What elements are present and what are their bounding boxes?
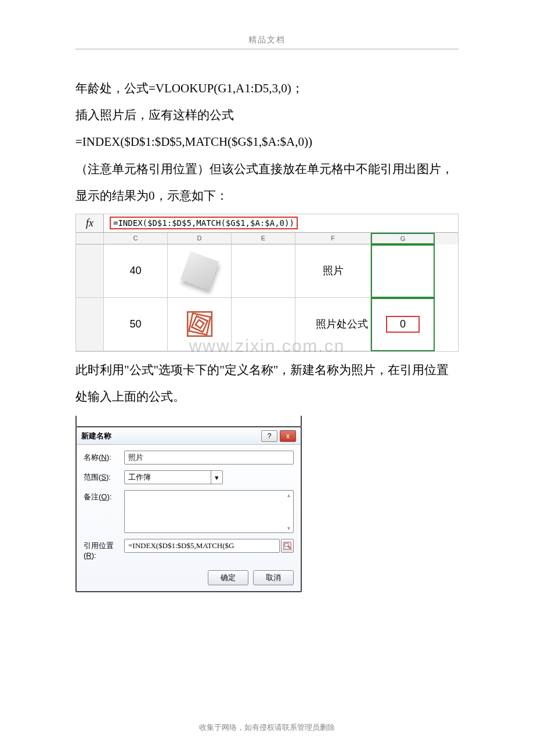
table-row: 50 照片处公式 0 (76, 298, 458, 351)
cell-c2[interactable]: 50 (104, 298, 168, 351)
cell-g2[interactable]: 0 (371, 298, 435, 351)
scope-select[interactable]: 工作簿 ▾ (124, 470, 223, 484)
cell-f2[interactable]: 照片处公式 (295, 298, 371, 351)
svg-rect-0 (187, 312, 212, 337)
dialog-screenshot: 新建名称 ? x 名称(N): 照片 范围(S): 工作簿 ▾ 备注(O): (75, 416, 302, 592)
svg-rect-2 (192, 316, 207, 332)
close-button[interactable]: x (280, 430, 296, 442)
range-picker-icon (283, 542, 291, 550)
result-highlight: 0 (386, 316, 420, 333)
table-row: 40 照片 (76, 244, 458, 298)
refers-field[interactable]: =INDEX($D$1:$D$5,MATCH($G (124, 539, 280, 553)
scrollbar[interactable]: ▴ ▾ (285, 492, 292, 531)
cell-d2-image[interactable] (168, 298, 232, 351)
cell-d1-image[interactable] (168, 244, 232, 298)
excel-screenshot: fx =INDEX($D$1:$D$5,MATCH($G$1,$A:$A,0))… (75, 214, 459, 352)
name-field[interactable]: 照片 (124, 451, 294, 465)
page-header: 精品文档 (75, 35, 459, 49)
cell-f1[interactable]: 照片 (295, 244, 371, 298)
svg-rect-1 (189, 314, 210, 335)
text: 插入照片后，应有这样的公式 (75, 108, 234, 122)
cell-g1[interactable] (371, 244, 435, 298)
col-g[interactable]: G (371, 233, 435, 244)
cube-icon (180, 251, 219, 290)
text: ； (291, 81, 304, 95)
paragraph-2: 插入照片后，应有这样的公式=INDEX($D$1:$D$5,MATCH($G$1… (75, 102, 459, 155)
scope-value: 工作簿 (125, 471, 211, 484)
text: 年龄处，公式 (75, 81, 149, 95)
comment-field[interactable]: ▴ ▾ (124, 490, 294, 533)
col-c[interactable]: C (104, 233, 168, 244)
paragraph-4: 此时利用"公式"选项卡下的"定义名称"，新建名称为照片，在引用位置处输入上面的公… (75, 357, 459, 410)
formula-bar[interactable]: =INDEX($D$1:$D$5,MATCH($G$1,$A:$A,0)) (104, 214, 458, 232)
help-button[interactable]: ? (261, 430, 277, 442)
paragraph-1: 年龄处，公式=VLOOKUP(G1,A1:D5,3,0)； (75, 75, 459, 102)
formula-highlight: =INDEX($D$1:$D$5,MATCH($G$1,$A:$A,0)) (110, 217, 298, 229)
label-refers: 引用位置(R): (84, 539, 124, 560)
page-footer: 收集于网络，如有侵权请联系管理员删除 (0, 722, 534, 733)
spiral-icon (185, 309, 215, 339)
column-headers: C D E F G (76, 233, 458, 244)
formula-text: =VLOOKUP(G1,A1:D5,3,0) (149, 81, 291, 95)
col-d[interactable]: D (168, 233, 232, 244)
paragraph-3: （注意单元格引用位置）但该公式直接放在单元格中不能引用出图片，显示的结果为0，示… (75, 156, 459, 209)
cell-e2[interactable] (232, 298, 295, 351)
fx-icon: fx (76, 214, 104, 232)
label-comment: 备注(O): (84, 490, 124, 502)
cell-c1[interactable]: 40 (104, 244, 168, 298)
label-name: 名称(N): (84, 451, 124, 463)
formula-text: =INDEX($D$1:$D$5,MATCH($G$1,$A:$A,0)) (75, 135, 312, 149)
cell-e1[interactable] (232, 244, 295, 298)
label-scope: 范围(S): (84, 470, 124, 483)
chevron-down-icon[interactable]: ▾ (211, 471, 222, 484)
cancel-button[interactable]: 取消 (253, 570, 294, 585)
ok-button[interactable]: 确定 (208, 570, 248, 585)
dialog-titlebar: 新建名称 ? x (77, 427, 301, 445)
range-picker-button[interactable] (281, 539, 294, 553)
col-f[interactable]: F (295, 233, 371, 244)
col-e[interactable]: E (232, 233, 295, 244)
dialog-title: 新建名称 (81, 431, 259, 441)
svg-rect-3 (195, 320, 204, 329)
